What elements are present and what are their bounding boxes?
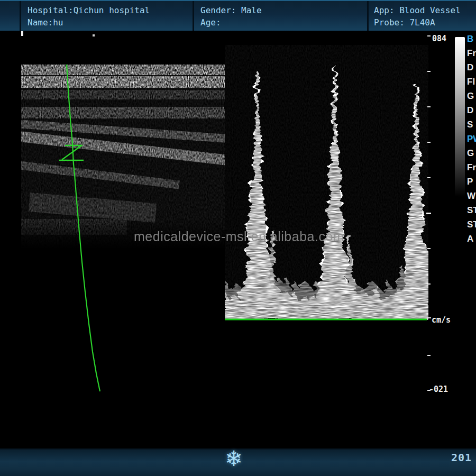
velocity-axis-tick bbox=[427, 177, 431, 178]
demographics-panel: Gender: Male Age: bbox=[194, 1, 369, 31]
patient-info-bar: Hospital:Qichun hospital Name:hu Gender:… bbox=[0, 0, 476, 31]
hospital-field: Hospital:Qichun hospital bbox=[28, 4, 193, 16]
menu-item-g-4[interactable]: G bbox=[467, 89, 476, 103]
velocity-axis-tick bbox=[427, 283, 431, 285]
velocity-axis-tick bbox=[427, 71, 431, 72]
velocity-unit-label: cm/s bbox=[432, 315, 451, 325]
header-corner-block bbox=[0, 1, 21, 31]
velocity-axis-tick bbox=[427, 106, 431, 107]
velocity-axis-tick bbox=[427, 35, 431, 36]
age-field: Age: bbox=[200, 16, 367, 29]
menu-item-g-8[interactable]: G bbox=[467, 146, 476, 160]
menu-item-st-13[interactable]: ST bbox=[467, 217, 476, 232]
grayscale-map-bar bbox=[455, 37, 465, 197]
menu-item-p-10[interactable]: P bbox=[467, 175, 476, 189]
doppler-spectrum bbox=[225, 45, 428, 320]
ultrasound-screen: { "header": { "panels": [ { "line1": "Ho… bbox=[0, 0, 476, 476]
velocity-axis-tick bbox=[427, 355, 431, 356]
patient-name-field: Name:hu bbox=[28, 16, 193, 29]
velocity-max-label: 084 bbox=[432, 34, 446, 43]
velocity-min-label: -021 bbox=[429, 385, 448, 394]
b-mode-image bbox=[21, 65, 225, 249]
menu-item-a-14[interactable]: A bbox=[467, 232, 476, 246]
freeze-snowflake-icon[interactable]: ❄ bbox=[222, 446, 245, 471]
application-field: App: Blood Vessel bbox=[374, 4, 476, 16]
menu-item-fr-9[interactable]: Fr bbox=[467, 160, 476, 175]
menu-item-pw-7[interactable]: PW bbox=[467, 132, 476, 146]
menu-item-fl-3[interactable]: Fl bbox=[467, 75, 476, 89]
gender-field: Gender: Male bbox=[200, 4, 367, 16]
menu-item-st-12[interactable]: ST bbox=[467, 203, 476, 217]
control-menu: BFrDFlGDSPWGFrPWSTSTA bbox=[467, 32, 476, 246]
velocity-axis-tick bbox=[427, 142, 431, 143]
menu-item-b-0[interactable]: B bbox=[467, 32, 476, 46]
menu-item-d-2[interactable]: D bbox=[467, 60, 476, 75]
hospital-panel: Hospital:Qichun hospital Name:hu bbox=[21, 1, 194, 31]
menu-item-s-6[interactable]: S bbox=[467, 117, 476, 132]
date-text: 201 bbox=[451, 451, 472, 464]
menu-item-d-5[interactable]: D bbox=[467, 103, 476, 117]
image-top-tick bbox=[21, 31, 23, 36]
focus-marker-dot bbox=[93, 34, 95, 36]
menu-item-w-11[interactable]: W bbox=[467, 189, 476, 203]
watermark-text: medicaldevice-msl.en.alibaba.com bbox=[134, 229, 344, 244]
velocity-axis-tick bbox=[427, 248, 431, 249]
velocity-axis-major-tick bbox=[426, 213, 431, 214]
exam-panel: App: Blood Vessel Probe: 7L40A bbox=[369, 1, 476, 31]
probe-field: Probe: 7L40A bbox=[374, 16, 476, 29]
menu-item-fr-1[interactable]: Fr bbox=[467, 46, 476, 60]
